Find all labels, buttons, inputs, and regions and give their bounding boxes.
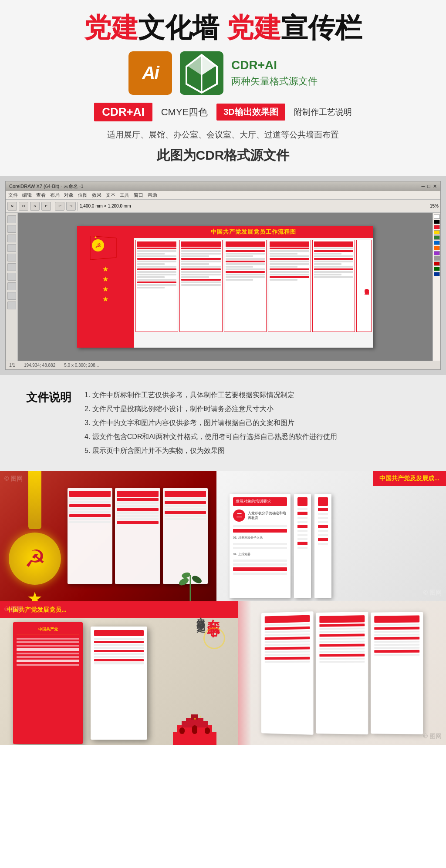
tool-rect[interactable] [7,263,16,271]
corel-statusbar: 1/1 194.934; 48.882 5.0 x 0.300; 208... [6,361,440,369]
panel-line [137,261,176,262]
panel-line [226,266,253,268]
toolbar-print[interactable]: P [41,202,51,211]
p4-line-red [375,650,420,653]
swatch-darkred[interactable] [434,261,440,266]
preview-line [69,511,111,513]
swatch-orange[interactable] [434,246,440,250]
p3-line-accent [17,660,79,662]
panel-line [181,271,220,273]
p4-line [265,640,310,643]
preview-line [165,505,206,507]
panel-line [181,258,220,260]
tool-fill[interactable] [7,302,16,309]
menu-file[interactable]: 文件 [8,192,18,198]
menu-tools[interactable]: 工具 [120,192,129,198]
p2-line-red [318,538,328,541]
tool-polygon[interactable] [7,282,16,290]
preview-line-red [117,508,158,511]
photo-3d-left: © 图网 ☭ ★ [0,471,216,601]
tool-pick[interactable] [7,225,16,233]
menu-window[interactable]: 窗口 [134,192,143,198]
preview-line [165,515,206,517]
menu-edit[interactable]: 编辑 [22,192,32,198]
menu-bitmap[interactable]: 位图 [78,192,88,198]
p4-line [265,661,310,663]
maximize-btn[interactable]: □ [427,184,430,189]
p3-wline [94,644,144,646]
p4-line [320,631,365,633]
p2-line [233,547,287,549]
panel-2-lines [181,248,220,286]
toolbar-open[interactable]: O [19,202,28,211]
header-section: 党建文化墙 党建宣传栏 Ai CDR+AI 两种矢量格式源文件 CDR+AI C… [0,0,446,176]
swatch-purple[interactable] [434,251,440,255]
preview-panel-2 [115,488,160,584]
p3-wline [94,656,144,658]
swatch-blue[interactable] [434,241,440,245]
menu-object[interactable]: 对象 [64,192,74,198]
cdr-notice: 此图为CDR格式源文件 [26,147,420,164]
close-btn[interactable]: ✕ [433,184,437,189]
swatch-gold[interactable] [434,230,440,235]
toolbar-redo[interactable]: ↪ [66,202,76,211]
tool-zoom[interactable] [7,244,16,252]
p4-line [320,661,365,663]
menu-text[interactable]: 文本 [106,192,115,198]
p4-line [375,634,420,636]
p4-line [265,633,310,636]
panel-line [181,261,220,262]
tools-panel [6,213,18,361]
p4-panel-1 [261,611,314,735]
tag-3d: 3D输出效果图 [216,104,285,121]
tool-freehand[interactable] [7,254,16,261]
minimize-btn[interactable]: ─ [422,184,425,189]
menu-layout[interactable]: 布局 [50,192,60,198]
party-right-section: 中国共产党发展党员工作流程图 [134,226,373,348]
panel-line [226,255,253,257]
gold-circle: ☭ [9,533,61,585]
decorative-circle [203,627,225,649]
status-page: 1/1 [9,363,15,368]
panel-5-lines [314,248,353,278]
p3-wline [94,653,144,655]
tool-ellipse[interactable] [7,273,16,281]
format-text: CDR+AI 两种矢量格式源文件 [231,58,318,88]
p3-line [17,664,79,666]
party-left-section: ☭ ★ ★ ★ ★ [77,226,134,348]
toolbar-new[interactable]: N [7,202,17,211]
p4-line [375,631,420,633]
toolbar-undo[interactable]: ↩ [55,202,64,211]
cdr-icon [180,51,223,95]
p4-line-red [320,634,365,637]
panel-line [137,253,165,255]
toolbar-save[interactable]: S [30,202,40,211]
swatch-black[interactable] [434,220,440,224]
swatch-white[interactable] [434,214,440,219]
photos-row-2: © 图网 中国共产党发展党员... 中国共产党 [0,601,446,745]
format-subtitle: 两种矢量格式源文件 [231,75,318,88]
tool-text[interactable] [7,292,16,300]
vertical-line1: 在我心中 [206,610,221,619]
preview-line [117,512,158,514]
p4-panel-3 [371,612,423,734]
file-desc-item-1: 1. 文件中所标制作工艺仅供参考，具体制作工艺要根据实际情况制定 [84,388,420,402]
star-2: ★ [102,275,108,283]
swatch-gray[interactable] [434,256,440,261]
svg-point-12 [181,572,191,579]
swatch-darkgreen[interactable] [434,267,440,271]
swatch-darkblue[interactable] [434,272,440,276]
p2-line [297,538,307,540]
p4-line [375,647,420,649]
tool-node[interactable] [7,235,16,242]
menu-view[interactable]: 查看 [36,192,46,198]
panel-line [226,261,265,262]
tool-select[interactable] [7,215,16,223]
swatch-green[interactable] [434,235,440,240]
menu-help[interactable]: 帮助 [148,192,157,198]
panel-line [137,276,165,278]
swatch-red[interactable] [434,225,440,229]
p4-line [265,654,310,656]
panel-line [270,263,309,265]
menu-effects[interactable]: 效果 [92,192,101,198]
